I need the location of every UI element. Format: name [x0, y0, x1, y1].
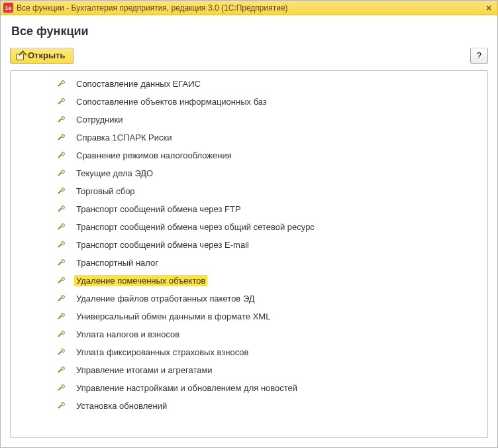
processing-icon — [56, 365, 66, 376]
titlebar: 1e Все функции - Бухгалтерия предприятия… — [1, 1, 497, 15]
tree-item-label: Транспорт сообщений обмена через общий с… — [74, 221, 317, 233]
processing-icon — [56, 168, 66, 179]
processing-icon — [56, 79, 66, 89]
app-window: 1e Все функции - Бухгалтерия предприятия… — [0, 0, 498, 448]
tree-item-label: Сопоставление объектов информационных ба… — [74, 96, 269, 107]
tree-item-label: Удаление файлов отработанных пакетов ЭД — [74, 293, 257, 304]
processing-icon — [56, 133, 66, 143]
tree-item[interactable]: Удаление помеченных объектов — [11, 272, 487, 290]
processing-icon — [56, 311, 66, 322]
toolbar: Открыть ? — [10, 48, 488, 64]
processing-icon — [56, 258, 66, 268]
help-button-label: ? — [477, 50, 481, 60]
open-button[interactable]: Открыть — [10, 48, 74, 64]
tree-item[interactable]: Сопоставление объектов информационных ба… — [11, 93, 487, 111]
processing-icon — [56, 186, 66, 197]
tree-item-label: Удаление помеченных объектов — [74, 275, 207, 286]
processing-icon — [56, 383, 66, 394]
tree-item-label: Транспортный налог — [74, 257, 160, 268]
processing-icon — [56, 115, 66, 125]
tree-item[interactable]: Уплата налогов и взносов — [11, 325, 487, 343]
close-icon[interactable]: × — [483, 2, 495, 14]
processing-icon — [56, 204, 66, 215]
app-icon: 1e — [3, 3, 13, 13]
help-button[interactable]: ? — [470, 48, 488, 64]
tree-item-label: Текущие дела ЭДО — [74, 168, 155, 179]
tree-item-label: Управление итогами и агрегатами — [74, 364, 215, 376]
tree-item[interactable]: Транспортный налог — [11, 254, 487, 272]
content-area: Все функции Открыть ? Сопоставление данн… — [1, 15, 497, 447]
tree-item[interactable]: Установка обновлений — [11, 397, 487, 415]
tree-item[interactable]: Сотрудники — [11, 111, 487, 129]
tree-item-label: Транспорт сообщений обмена через E-mail — [74, 239, 251, 251]
processing-icon — [56, 240, 66, 251]
processing-icon — [56, 329, 66, 340]
tree-item[interactable]: Управление итогами и агрегатами — [11, 361, 487, 379]
processing-icon — [56, 401, 66, 412]
window-title: Все функции - Бухгалтерия предприятия, р… — [17, 3, 288, 13]
tree-item-label: Торговый сбор — [74, 186, 137, 197]
page-title: Все функции — [11, 25, 488, 38]
tree-item-label: Управление настройками и обновлением для… — [74, 382, 299, 394]
processing-icon — [56, 97, 66, 107]
processing-icon — [56, 276, 66, 286]
tree-item-label: Справка 1СПАРК Риски — [74, 132, 174, 143]
tree-item-label: Сопоставление данных ЕГАИС — [74, 78, 203, 89]
tree-item[interactable]: Универсальный обмен данными в формате XM… — [11, 308, 487, 325]
tree-item-label: Транспорт сообщений обмена через FTP — [74, 203, 243, 215]
tree-item-label: Сотрудники — [74, 114, 124, 125]
tree-item-label: Уплата фиксированных страховых взносов — [74, 347, 250, 358]
tree-item[interactable]: Сопоставление данных ЕГАИС — [11, 75, 487, 93]
tree-item-label: Сравнение режимов налогообложения — [74, 150, 234, 161]
tree-item-label: Универсальный обмен данными в формате XM… — [74, 311, 272, 322]
tree-item[interactable]: Управление настройками и обновлением для… — [11, 379, 487, 397]
tree-list[interactable]: Сопоставление данных ЕГАИС Сопоставление… — [10, 70, 488, 438]
tree-item-label: Уплата налогов и взносов — [74, 329, 181, 340]
tree-item-label: Установка обновлений — [74, 400, 169, 412]
tree-item[interactable]: Транспорт сообщений обмена через FTP — [11, 200, 487, 218]
tree-item[interactable]: Удаление файлов отработанных пакетов ЭД — [11, 290, 487, 308]
tree-item[interactable]: Транспорт сообщений обмена через E-mail — [11, 236, 487, 254]
tree-item[interactable]: Текущие дела ЭДО — [11, 164, 487, 182]
tree-item[interactable]: Торговый сбор — [11, 182, 487, 200]
tree-item[interactable]: Сравнение режимов налогообложения — [11, 146, 487, 164]
tree-item[interactable]: Уплата фиксированных страховых взносов — [11, 343, 487, 361]
processing-icon — [56, 294, 66, 304]
processing-icon — [56, 222, 66, 233]
processing-icon — [56, 150, 66, 161]
tree-item[interactable]: Транспорт сообщений обмена через общий с… — [11, 218, 487, 236]
open-button-label: Открыть — [28, 50, 65, 60]
tree-item[interactable]: Справка 1СПАРК Риски — [11, 129, 487, 146]
open-icon — [16, 52, 24, 60]
processing-icon — [56, 347, 66, 358]
